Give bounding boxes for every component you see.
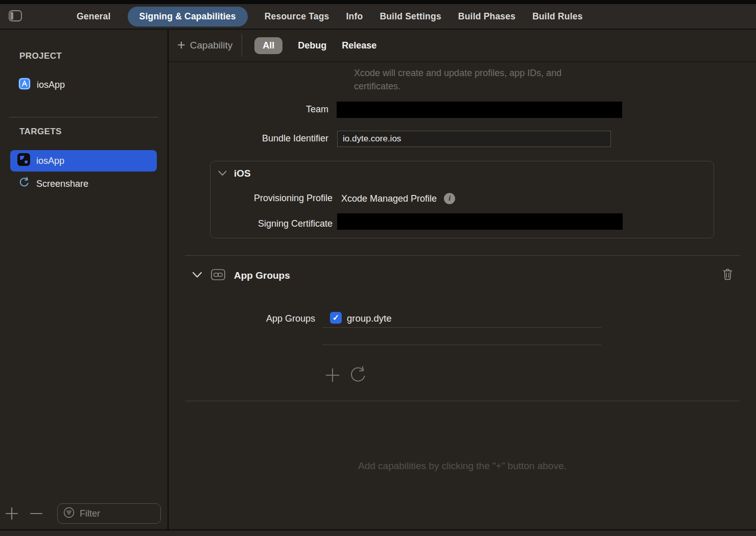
configuration-filter-group: All Debug Release (254, 37, 376, 54)
editor-tab-bar: General Signing & Capabilities Resource … (77, 4, 583, 29)
tab-resource-tags[interactable]: Resource Tags (265, 7, 329, 27)
bundle-identifier-label: Bundle Identifier (169, 133, 328, 144)
window-top-edge (0, 0, 756, 4)
target-row-iosapp[interactable]: iosApp (10, 150, 157, 172)
targets-section-header: TARGETS (19, 127, 62, 137)
tab-info[interactable]: Info (346, 7, 363, 27)
app-group-entry-name[interactable]: group.dyte (347, 313, 391, 324)
signing-certificate-redacted[interactable] (337, 213, 623, 230)
sidebar-toggle-icon (9, 10, 22, 24)
plus-icon (324, 367, 341, 385)
team-row: Team (169, 102, 756, 118)
chevron-down-icon[interactable] (192, 271, 202, 280)
provisioning-profile-text: Xcode Managed Profile (341, 193, 437, 204)
plus-icon: + (177, 38, 185, 52)
tab-build-phases[interactable]: Build Phases (458, 7, 515, 27)
filter-debug[interactable]: Debug (298, 40, 326, 51)
target-row-label: iosApp (36, 156, 64, 166)
section-divider (185, 401, 740, 401)
minus-icon (29, 506, 43, 523)
ios-group-title: iOS (234, 168, 251, 179)
app-store-icon (18, 78, 31, 92)
project-row-iosapp[interactable]: iosApp (18, 78, 65, 92)
provisioning-profile-label: Provisioning Profile (210, 193, 333, 204)
app-groups-field-label: App Groups (169, 313, 315, 324)
add-target-button[interactable] (4, 507, 19, 522)
filter-release[interactable]: Release (342, 40, 376, 51)
app-groups-title: App Groups (234, 270, 290, 281)
capability-toolbar-separator (242, 34, 242, 57)
filter-icon (63, 506, 75, 521)
ios-group-header: iOS (218, 168, 251, 179)
app-groups-actions (323, 366, 367, 386)
project-section-header: PROJECT (19, 51, 62, 61)
app-groups-header: App Groups (192, 269, 290, 282)
signing-description: Xcode will create and update profiles, a… (354, 66, 561, 93)
signing-capabilities-editor: + Capability All Debug Release Xcode wil… (169, 30, 756, 529)
add-app-group-button[interactable] (323, 366, 342, 386)
team-value-redacted[interactable] (337, 102, 622, 118)
signing-description-line1: Xcode will create and update profiles, a… (354, 66, 561, 80)
bundle-identifier-row: Bundle Identifier (169, 131, 756, 147)
tab-general[interactable]: General (77, 7, 111, 27)
remove-capability-button[interactable] (720, 267, 735, 283)
refresh-app-groups-button[interactable] (349, 366, 367, 386)
dyte-target-icon (17, 153, 30, 168)
chevron-down-icon[interactable] (218, 169, 227, 178)
tab-build-rules[interactable]: Build Rules (532, 7, 582, 27)
signing-description-line2: certificates. (354, 80, 561, 93)
remove-target-button[interactable] (29, 507, 44, 522)
sidebar-footer (0, 503, 169, 526)
signing-certificate-label: Signing Certificate (210, 218, 333, 229)
target-row-label: Screenshare (36, 179, 88, 189)
link-badge-icon (211, 269, 225, 282)
project-targets-sidebar: PROJECT iosApp TARGETS iosApp (0, 30, 169, 529)
capability-toolbar: + Capability All Debug Release (169, 30, 756, 62)
tab-signing-capabilities[interactable]: Signing & Capabilities (128, 7, 248, 27)
screenshare-icon (18, 177, 30, 191)
team-label: Team (169, 104, 328, 115)
app-group-checkbox[interactable]: ✓ (330, 312, 342, 324)
ios-signing-group: iOS Provisioning Profile Xcode Managed P… (210, 161, 714, 238)
sidebar-toggle-button[interactable] (8, 10, 22, 24)
app-group-empty-row-underline (322, 345, 601, 345)
info-icon[interactable]: i (444, 193, 455, 204)
window-bottom-strip (0, 530, 756, 536)
refresh-icon (349, 366, 367, 387)
editor-toolbar: General Signing & Capabilities Resource … (0, 4, 756, 30)
provisioning-profile-value: Xcode Managed Profile i (341, 193, 455, 204)
add-capability-button[interactable]: + Capability (177, 39, 232, 53)
tab-build-settings[interactable]: Build Settings (380, 7, 441, 27)
app-groups-field-row: App Groups ✓ group.dyte (169, 311, 756, 327)
section-divider (185, 255, 740, 256)
bundle-identifier-field[interactable] (337, 131, 611, 147)
trash-icon (722, 268, 733, 283)
filter-all[interactable]: All (254, 37, 282, 54)
app-group-entry-underline (322, 327, 601, 328)
target-filter-field[interactable] (57, 503, 161, 524)
plus-icon (5, 506, 19, 523)
target-row-screenshare[interactable]: Screenshare (18, 177, 88, 191)
sidebar-divider (9, 117, 158, 117)
filter-input[interactable] (80, 508, 146, 519)
add-capability-label: Capability (190, 40, 232, 51)
xcode-window: General Signing & Capabilities Resource … (0, 0, 756, 536)
project-row-label: iosApp (37, 80, 65, 90)
add-capabilities-hint: Add capabilities by clicking the "+" but… (169, 460, 756, 472)
